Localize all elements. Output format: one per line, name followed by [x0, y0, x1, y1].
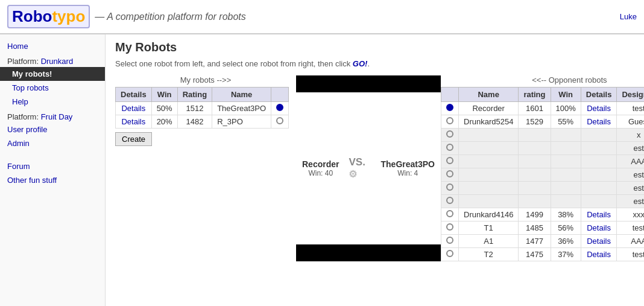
col-designer-right: Designer [617, 88, 644, 102]
vs-area: Recorder Win: 40 VS. ⚙ TheGreat3PO Win: … [296, 75, 441, 261]
sidebar-top-robots[interactable]: Top robots [0, 81, 105, 95]
robot-area: My robots -->> Details Win Rating Name [115, 75, 634, 261]
radio-button[interactable] [446, 104, 453, 111]
col-details-right: Details [581, 88, 617, 102]
col-win-right: Win [551, 88, 581, 102]
left-robots-panel: My robots -->> Details Win Rating Name [115, 75, 296, 261]
table-row: AAA - [441, 155, 645, 168]
sidebar-platform1: Platform: Drunkard [0, 53, 105, 67]
details-link[interactable]: Details [587, 223, 611, 232]
radio-button[interactable] [276, 117, 283, 124]
radio-button[interactable] [446, 117, 453, 124]
col-name-right: Name [459, 88, 519, 102]
sidebar: Home Platform: Drunkard My robots! Top r… [0, 34, 106, 306]
right-robot-info: TheGreat3PO Win: 4 [381, 159, 435, 177]
page-title: My Robots [115, 40, 634, 54]
sidebar-my-robots[interactable]: My robots! [0, 67, 105, 81]
radio-button[interactable] [446, 130, 453, 138]
table-row: est - [441, 142, 645, 155]
sidebar-platform2: Platform: Fruit Day [0, 109, 105, 123]
spinner-icon: ⚙ [349, 169, 357, 179]
create-button[interactable]: Create [115, 132, 152, 146]
right-robots-panel: <<-- Opponent robots Name rating Win Det… [441, 75, 644, 261]
radio-button[interactable] [446, 197, 453, 204]
sidebar-drunkard-link[interactable]: Drunkard [41, 57, 73, 66]
details-link[interactable]: Details [587, 237, 611, 246]
logo-robo: Robo [12, 7, 52, 25]
main-content: My Robots Select one robot from left, an… [106, 34, 644, 306]
sidebar-home[interactable]: Home [0, 39, 105, 53]
details-link[interactable]: Details [587, 210, 611, 219]
battle-inner: Recorder Win: 40 VS. ⚙ TheGreat3PO Win: … [296, 75, 441, 261]
black-bar-top [296, 75, 441, 92]
radio-button[interactable] [446, 183, 453, 191]
go-area: Create [115, 132, 296, 146]
details-link[interactable]: Details [121, 117, 145, 126]
battle-left-wins: Win: 40 [302, 169, 339, 177]
col-win-left: Win [151, 88, 177, 102]
go-label: GO! [353, 59, 368, 68]
logo-typo: typo [52, 7, 85, 25]
table-row: Details 20% 1482 R_3PO [116, 115, 289, 129]
header: Robotypo — A competition platform for ro… [0, 0, 644, 34]
details-link[interactable]: Details [587, 104, 611, 113]
details-link[interactable]: Details [121, 104, 145, 113]
details-link[interactable]: Details [587, 117, 611, 126]
details-link[interactable]: Details [587, 250, 611, 259]
black-bar-bottom [296, 244, 441, 261]
table-row: Drunkard5254 1529 55% Details Guest - [441, 115, 645, 129]
right-robot-table: Name rating Win Details Designer Record … [441, 87, 644, 261]
battle-right-name: TheGreat3PO [381, 159, 435, 169]
vs-label: VS. ⚙ [349, 156, 371, 180]
left-robot-info: Recorder Win: 40 [302, 159, 339, 177]
radio-button[interactable] [446, 210, 453, 217]
table-row: Recorder 1601 100% Details test Tough [441, 102, 645, 115]
col-rating-left: Rating [177, 88, 212, 102]
radio-button[interactable] [446, 157, 453, 164]
col-details-left: Details [116, 88, 152, 102]
table-row: Details 50% 1512 TheGreat3PO [116, 102, 289, 115]
radio-button[interactable] [446, 250, 453, 257]
sidebar-user-profile[interactable]: User profile [0, 123, 105, 136]
col-radio-right [441, 88, 459, 102]
subtitle: Select one robot from left, and select o… [115, 59, 634, 68]
user-link[interactable]: Luke [620, 12, 637, 21]
logo-area: Robotypo — A competition platform for ro… [7, 5, 246, 28]
radio-button[interactable] [446, 237, 453, 244]
layout: Home Platform: Drunkard My robots! Top r… [0, 34, 644, 306]
table-row: est Tough [441, 195, 645, 208]
battle-left-name: Recorder [302, 159, 339, 169]
radio-button[interactable] [446, 144, 453, 151]
table-row: T1 1485 56% Details test - [441, 222, 645, 235]
col-name-left: Name [212, 88, 271, 102]
radio-button[interactable] [446, 170, 453, 177]
table-row: T2 1475 37% Details test Puny [441, 248, 645, 261]
table-row: est Tough [441, 182, 645, 195]
right-label: <<-- Opponent robots [441, 75, 644, 84]
sidebar-fruitday-link[interactable]: Fruit Day [41, 112, 73, 121]
table-row: est Puny [441, 168, 645, 182]
logo: Robotypo [7, 5, 90, 28]
left-robot-table: Details Win Rating Name Details 50% 1512 [115, 87, 289, 129]
radio-button[interactable] [276, 104, 283, 111]
sidebar-forum[interactable]: Forum [0, 159, 105, 173]
radio-button[interactable] [446, 223, 453, 231]
sidebar-other-fun-stuff[interactable]: Other fun stuff [0, 173, 105, 187]
col-rating-right: rating [519, 88, 551, 102]
left-label: My robots -->> [115, 75, 296, 84]
table-row: Drunkard4146 1499 38% Details xxx - [441, 208, 645, 222]
sidebar-help[interactable]: Help [0, 95, 105, 109]
tagline: — A competition platform for robots [95, 11, 245, 22]
table-row: A1 1477 36% Details AAA - [441, 235, 645, 248]
table-row: x Puny [441, 129, 645, 142]
battle-right-wins: Win: 4 [381, 169, 435, 177]
col-radio-left [271, 88, 289, 102]
sidebar-admin[interactable]: Admin [0, 136, 105, 150]
